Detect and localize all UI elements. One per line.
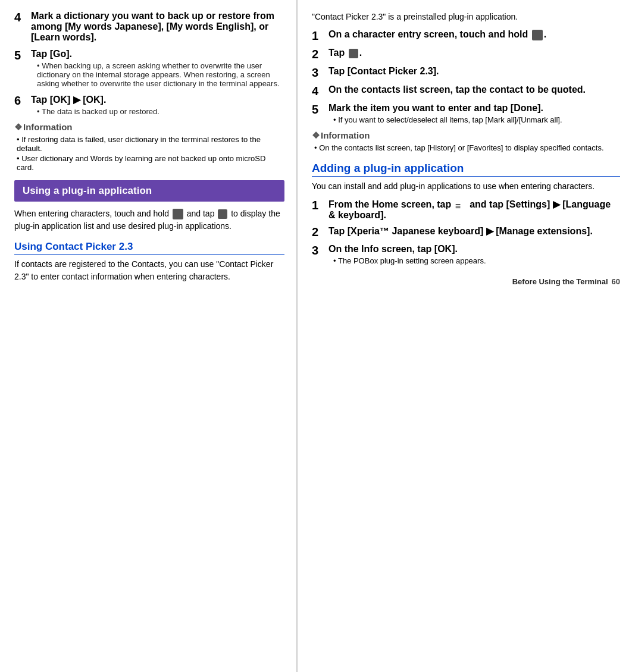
right-step-1-title: On a character entry screen, touch and h… <box>328 29 546 39</box>
left-column: 4 Mark a dictionary you want to back up … <box>0 0 298 672</box>
right-step-2-num: 2 <box>312 48 328 61</box>
right-step-1-num: 1 <box>312 29 328 43</box>
bottom-step-3-block: 3 On the Info screen, tap [OK]. The POBo… <box>312 244 620 265</box>
step-6-bullet-1: The data is backed up or restored. <box>37 107 284 116</box>
plugin-icon <box>218 209 227 219</box>
bottom-step-2-content: Tap [Xperia™ Japanese keyboard] ▶ [Manag… <box>328 225 620 237</box>
right-step-2-block: 2 Tap . <box>312 48 620 61</box>
right-step-4-block: 4 On the contacts list screen, tap the c… <box>312 84 620 98</box>
adding-section-header: Adding a plug-in application <box>312 162 620 177</box>
bottom-step-1-title: From the Home screen, tap and tap [Setti… <box>328 199 611 220</box>
right-step-5-content: Mark the item you want to enter and tap … <box>328 103 620 124</box>
right-step-3-content: Tap [Contact Picker 2.3]. <box>328 66 620 77</box>
right-step-2-content: Tap . <box>328 48 620 58</box>
step-5-bullet-1: When backing up, a screen asking whether… <box>37 61 284 88</box>
bottom-step-3-num: 3 <box>312 244 328 258</box>
step-4-content: Mark a dictionary you want to back up or… <box>31 11 284 43</box>
plugin-section-header: Using a plug-in application <box>14 180 284 202</box>
step-6-num: 6 <box>14 94 31 108</box>
adding-text: You can install and add plug-in applicat… <box>312 180 620 193</box>
bottom-step-3-bullets: The POBox plug-in setting screen appears… <box>328 256 620 265</box>
step-4-num: 4 <box>14 11 31 24</box>
info-bullets-right: On the contacts list screen, tap [Histor… <box>312 143 620 152</box>
right-step-5-num: 5 <box>312 103 328 117</box>
contact-picker-text: If contacts are registered to the Contac… <box>14 258 284 283</box>
right-step-4-title: On the contacts list screen, tap the con… <box>328 84 586 95</box>
right-step-4-num: 4 <box>312 84 328 98</box>
info-bullet-1: If restoring data is failed, user dictio… <box>17 135 284 153</box>
info-block-left: Information If restoring data is failed,… <box>14 122 284 172</box>
touch-hold-icon <box>532 30 543 40</box>
contact-picker-text2: "Contact Picker 2.3" is a preinstalled p… <box>312 11 620 23</box>
info-title-right: Information <box>312 130 620 141</box>
right-step-2-title: Tap . <box>328 48 362 58</box>
info-bullet-2: User dictionary and Words by learning ar… <box>17 154 284 172</box>
right-step-5-bullet-1: If you want to select/deselect all items… <box>333 115 620 124</box>
bottom-step-3-content: On the Info screen, tap [OK]. The POBox … <box>328 244 620 265</box>
step-5-content: Tap [Go]. When backing up, a screen aski… <box>31 49 284 88</box>
right-step-4-content: On the contacts list screen, tap the con… <box>328 84 620 95</box>
info-bullets-left: If restoring data is failed, user dictio… <box>14 135 284 172</box>
info-title-left: Information <box>14 122 284 133</box>
steps-top: 1 On a character entry screen, touch and… <box>312 29 620 124</box>
right-step-3-block: 3 Tap [Contact Picker 2.3]. <box>312 66 620 80</box>
tap-icon-2 <box>349 49 358 58</box>
info-block-right: Information On the contacts list screen,… <box>312 130 620 152</box>
bottom-step-1-content: From the Home screen, tap and tap [Setti… <box>328 199 620 221</box>
bottom-step-2-num: 2 <box>312 225 328 239</box>
right-step-1-block: 1 On a character entry screen, touch and… <box>312 29 620 43</box>
contact-picker-title: Using Contact Picker 2.3 <box>14 241 284 255</box>
footer: Before Using the Terminal 60 <box>312 277 620 286</box>
step-5-title: Tap [Go]. <box>31 49 72 59</box>
step-6-content: Tap [OK] ▶ [OK]. The data is backed up o… <box>31 94 284 116</box>
bottom-step-1-block: 1 From the Home screen, tap and tap [Set… <box>312 199 620 221</box>
bottom-step-2-block: 2 Tap [Xperia™ Japanese keyboard] ▶ [Man… <box>312 225 620 239</box>
step-6-bullets: The data is backed up or restored. <box>31 107 284 116</box>
bottom-step-2-title: Tap [Xperia™ Japanese keyboard] ▶ [Manag… <box>328 226 593 236</box>
step-5-num: 5 <box>14 49 31 62</box>
right-step-1-content: On a character entry screen, touch and h… <box>328 29 620 40</box>
right-step-5-block: 5 Mark the item you want to enter and ta… <box>312 103 620 124</box>
right-step-3-num: 3 <box>312 66 328 80</box>
plugin-header-text: Using a plug-in application <box>23 185 152 196</box>
step-6-title: Tap [OK] ▶ [OK]. <box>31 95 106 105</box>
right-column: "Contact Picker 2.3" is a preinstalled p… <box>298 0 632 672</box>
info-right-bullet-1: On the contacts list screen, tap [Histor… <box>314 143 620 152</box>
bottom-step-1-num: 1 <box>312 199 328 212</box>
footer-label: Before Using the Terminal <box>512 277 608 286</box>
step-4-title: Mark a dictionary you want to back up or… <box>31 11 274 42</box>
plugin-text: When entering characters, touch and hold… <box>14 208 284 233</box>
steps-bottom: 1 From the Home screen, tap and tap [Set… <box>312 199 620 265</box>
step-4-block: 4 Mark a dictionary you want to back up … <box>14 11 284 43</box>
right-step-5-title: Mark the item you want to enter and tap … <box>328 103 543 113</box>
right-step-3-title: Tap [Contact Picker 2.3]. <box>328 66 439 76</box>
step-5-block: 5 Tap [Go]. When backing up, a screen as… <box>14 49 284 88</box>
step-6-block: 6 Tap [OK] ▶ [OK]. The data is backed up… <box>14 94 284 116</box>
bottom-step-3-title: On the Info screen, tap [OK]. <box>328 244 458 254</box>
footer-page: 60 <box>612 277 620 286</box>
right-step-5-bullets: If you want to select/deselect all items… <box>328 115 620 124</box>
menu-icon <box>455 201 466 209</box>
step-5-bullets: When backing up, a screen asking whether… <box>31 61 284 88</box>
keyboard-icon-1 <box>173 209 183 219</box>
bottom-step-3-bullet-1: The POBox plug-in setting screen appears… <box>333 256 620 265</box>
